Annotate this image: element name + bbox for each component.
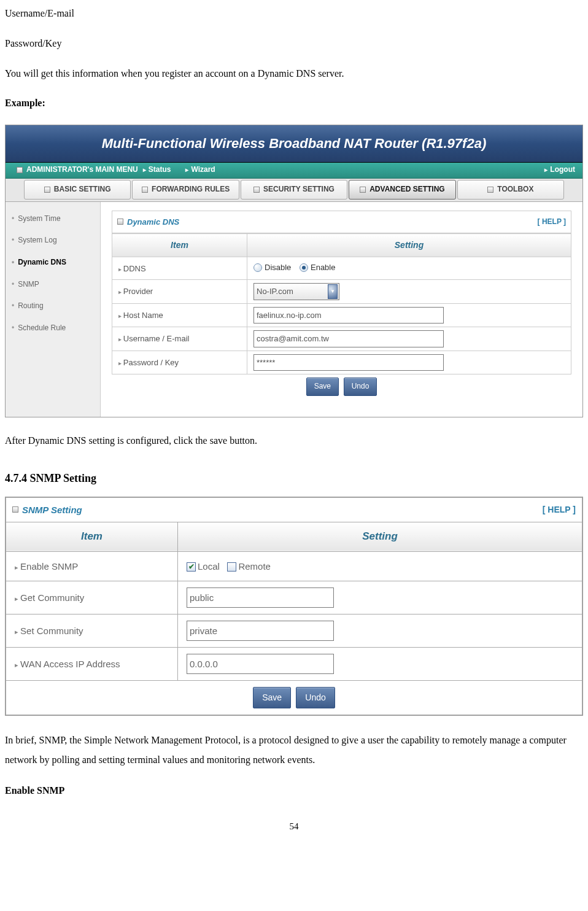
password-input[interactable]: ****** xyxy=(253,354,444,371)
radio-icon xyxy=(300,263,308,272)
ddns-form-table: Item Setting DDNS Disable Enable Provide… xyxy=(112,233,571,398)
admin-main-menu-label: ADMINISTRATOR's MAIN MENU xyxy=(26,163,138,177)
ddns-enable-label: Enable xyxy=(311,260,335,274)
sidebar-item-system-log[interactable]: System Log xyxy=(6,230,100,252)
tab-security-setting[interactable]: SECURITY SETTING xyxy=(241,180,347,200)
text-register-info: You will get this information when you r… xyxy=(5,65,583,83)
tab-basic-label: BASIC SETTING xyxy=(54,183,111,196)
text-after-ddns: After Dynamic DNS setting is configured,… xyxy=(5,432,583,450)
square-icon xyxy=(117,219,123,225)
snmp-panel-header: SNMP Setting [ HELP ] xyxy=(12,502,576,518)
username-input[interactable]: costra@amit.com.tw xyxy=(253,330,444,347)
sidebar-item-snmp[interactable]: SNMP xyxy=(6,274,100,296)
tab-forwarding-rules[interactable]: FORWARDING RULES xyxy=(132,180,239,200)
tab-basic-setting[interactable]: BASIC SETTING xyxy=(24,180,131,200)
ddns-button-row: Save Undo xyxy=(112,374,571,399)
square-icon xyxy=(487,187,493,193)
ddns-disable-label: Disable xyxy=(265,260,291,274)
square-icon xyxy=(17,167,23,173)
ddns-row-ddns-setting: Disable Enable xyxy=(247,257,571,280)
remote-checkbox[interactable] xyxy=(227,562,236,572)
snmp-button-row: Save Undo xyxy=(6,680,582,715)
hostname-input[interactable]: faelinux.no-ip.com xyxy=(253,307,444,324)
sidebar-item-system-time[interactable]: System Time xyxy=(6,208,100,230)
tab-advanced-label: ADVANCED SETTING xyxy=(369,183,444,196)
get-community-input[interactable]: public xyxy=(187,587,334,608)
snmp-enable-label: Enable SNMP xyxy=(6,551,178,581)
wan-ip-input[interactable]: 0.0.0.0 xyxy=(187,654,334,674)
snmp-screenshot: SNMP Setting [ HELP ] Item Setting Enabl… xyxy=(5,497,583,716)
snmp-col-setting: Setting xyxy=(178,522,582,551)
ddns-col-setting: Setting xyxy=(247,234,571,257)
admin-main-menu[interactable]: ADMINISTRATOR's MAIN MENU xyxy=(6,163,138,177)
set-community-input[interactable]: private xyxy=(187,621,334,641)
local-label: Local xyxy=(198,561,220,572)
ddns-row-provider-setting: No-IP.com▼ xyxy=(247,280,571,303)
menu-wizard[interactable]: Wizard xyxy=(185,163,215,177)
ddns-enable-radio[interactable]: Enable xyxy=(300,260,335,274)
router-screenshot: Multi-Functional Wireless Broadband NAT … xyxy=(5,125,583,417)
menu-logout[interactable]: Logout xyxy=(544,163,575,177)
main-panel: Dynamic DNS [ HELP ] Item Setting DDNS D… xyxy=(101,202,582,417)
panel-header: Dynamic DNS [ HELP ] xyxy=(112,211,571,233)
ddns-disable-radio[interactable]: Disable xyxy=(253,260,291,274)
provider-value: No-IP.com xyxy=(257,287,293,296)
menu-status[interactable]: Status xyxy=(143,163,171,177)
ddns-row-ddns-label: DDNS xyxy=(112,257,247,280)
save-button[interactable]: Save xyxy=(253,687,291,708)
local-checkbox[interactable] xyxy=(187,562,196,572)
square-icon xyxy=(360,187,366,193)
sidebar-item-dynamic-dns[interactable]: Dynamic DNS xyxy=(6,252,100,274)
remote-label: Remote xyxy=(238,561,271,572)
dropdown-arrow-icon: ▼ xyxy=(328,284,338,298)
page-number: 54 xyxy=(5,818,583,835)
example-label: Example: xyxy=(5,95,583,112)
snmp-title: SNMP Setting xyxy=(22,502,82,518)
square-icon xyxy=(12,506,18,513)
tab-advanced-setting[interactable]: ADVANCED SETTING xyxy=(349,180,455,200)
snmp-wan-label: WAN Access IP Address xyxy=(6,647,178,680)
snmp-set-label: Set Community xyxy=(6,614,178,647)
tab-security-label: SECURITY SETTING xyxy=(263,183,335,196)
undo-button[interactable]: Undo xyxy=(296,687,335,708)
admin-menubar: ADMINISTRATOR's MAIN MENU Status Wizard … xyxy=(6,163,582,179)
section-heading-snmp: 4.7.4 SNMP Setting xyxy=(5,468,583,488)
ddns-row-provider-label: Provider xyxy=(112,280,247,303)
provider-select[interactable]: No-IP.com▼ xyxy=(253,283,339,300)
save-button[interactable]: Save xyxy=(306,378,339,396)
enable-snmp-heading: Enable SNMP xyxy=(5,782,583,800)
text-password-key: Password/Key xyxy=(5,35,583,53)
square-icon xyxy=(253,187,260,193)
router-page-title: Multi-Functional Wireless Broadband NAT … xyxy=(6,125,582,163)
tab-forwarding-label: FORWARDING RULES xyxy=(152,183,230,196)
settings-tabbar: BASIC SETTING FORWARDING RULES SECURITY … xyxy=(6,179,582,202)
panel-title: Dynamic DNS xyxy=(127,215,179,229)
ddns-col-item: Item xyxy=(112,234,247,257)
text-username-email: Username/E-mail xyxy=(5,5,583,23)
help-link[interactable]: [ HELP ] xyxy=(538,215,566,229)
ddns-row-username-label: Username / E-mail xyxy=(112,327,247,351)
ddns-row-password-label: Password / Key xyxy=(112,351,247,374)
snmp-col-item: Item xyxy=(6,522,178,551)
snmp-description: In brief, SNMP, the Simple Network Manag… xyxy=(5,731,583,770)
ddns-row-hostname-label: Host Name xyxy=(112,303,247,327)
help-link[interactable]: [ HELP ] xyxy=(543,502,576,518)
sidebar: System Time System Log Dynamic DNS SNMP … xyxy=(6,202,101,417)
square-icon xyxy=(142,187,148,193)
snmp-get-label: Get Community xyxy=(6,581,178,614)
snmp-enable-setting: Local Remote xyxy=(178,551,582,581)
undo-button[interactable]: Undo xyxy=(344,378,377,396)
sidebar-item-schedule-rule[interactable]: Schedule Rule xyxy=(6,317,100,339)
square-icon xyxy=(44,187,50,193)
tab-toolbox-label: TOOLBOX xyxy=(497,183,533,196)
sidebar-item-routing[interactable]: Routing xyxy=(6,295,100,317)
tab-toolbox[interactable]: TOOLBOX xyxy=(457,180,564,200)
radio-icon xyxy=(253,263,262,272)
